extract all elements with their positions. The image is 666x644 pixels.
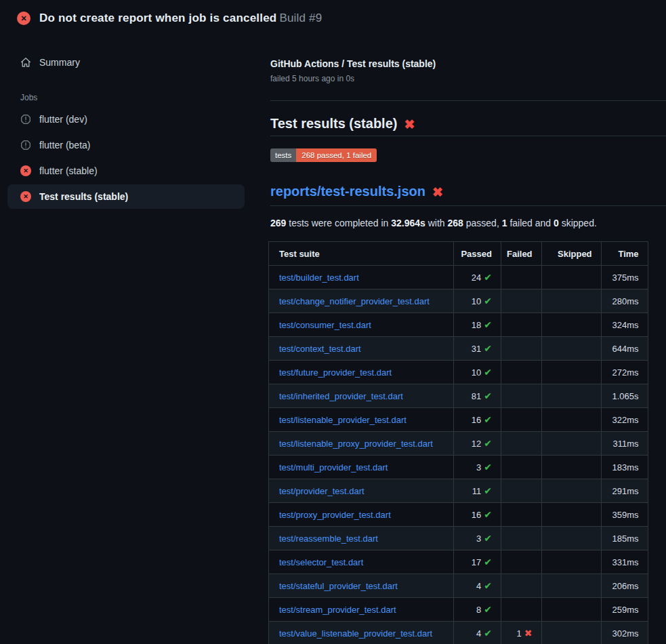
time-cell: 259ms	[601, 598, 648, 622]
sidebar-item-label: Test results (stable)	[39, 191, 128, 202]
skipped-cell	[541, 456, 601, 479]
divider	[270, 100, 666, 101]
failed-cell	[501, 574, 542, 598]
suite-link[interactable]: test/inherited_provider_test.dart	[279, 391, 403, 401]
check-icon: ✔	[484, 462, 492, 472]
suite-link[interactable]: test/listenable_proxy_provider_test.dart	[279, 439, 433, 449]
suite-link[interactable]: test/stream_provider_test.dart	[279, 605, 396, 615]
check-icon: ✔	[484, 367, 492, 378]
passed-count: 10	[472, 367, 481, 378]
sidebar-item-label: flutter (dev)	[39, 114, 87, 125]
passed-cell: 31✔	[454, 337, 501, 361]
passed-cell: 10✔	[454, 361, 501, 384]
failed-cell	[501, 289, 542, 313]
column-header-time: Time	[601, 242, 648, 266]
column-header-failed: Failed	[501, 242, 542, 266]
column-header-passed: Passed	[454, 242, 501, 266]
suite-link[interactable]: test/stateful_provider_test.dart	[279, 581, 398, 591]
suite-link[interactable]: test/value_listenable_provider_test.dart	[279, 628, 432, 639]
suite-cell: test/future_provider_test.dart	[269, 361, 454, 384]
run-summary-segment: with	[425, 218, 448, 228]
passed-cell: 16✔	[454, 408, 501, 432]
run-summary: 269 tests were completed in 32.964s with…	[270, 218, 666, 228]
suite-link[interactable]: test/selector_test.dart	[279, 557, 363, 567]
failed-cell	[501, 337, 542, 361]
failed-cell	[501, 266, 542, 289]
run-summary-segment: failed and	[507, 218, 554, 228]
table-body: test/builder_test.dart24✔375mstest/chang…	[269, 266, 648, 644]
failed-cell	[501, 503, 542, 527]
time-cell: 1.065s	[601, 384, 648, 408]
sidebar-item-flutter-stable[interactable]: ✕flutter (stable)	[7, 159, 245, 183]
suite-link[interactable]: test/listenable_provider_test.dart	[279, 415, 407, 425]
run-summary-segment: skipped.	[559, 218, 597, 228]
suite-link[interactable]: test/proxy_provider_test.dart	[279, 510, 391, 520]
column-header-test-suite: Test suite	[269, 242, 454, 266]
suite-cell: test/context_test.dart	[269, 337, 454, 361]
failed-cell	[501, 550, 542, 574]
passed-cell: 8✔	[454, 598, 501, 622]
table-row: test/listenable_provider_test.dart16✔322…	[269, 408, 648, 432]
skipped-cell	[541, 550, 601, 574]
check-icon: ✔	[484, 343, 492, 354]
run-summary-segment: 0	[554, 218, 559, 228]
suite-link[interactable]: test/context_test.dart	[279, 344, 361, 354]
table-row: test/listenable_proxy_provider_test.dart…	[269, 432, 648, 456]
suite-cell: test/change_notifier_provider_test.dart	[269, 289, 454, 313]
skipped-cell	[541, 574, 601, 598]
check-icon: ✔	[484, 509, 492, 520]
check-icon: ✔	[484, 485, 492, 496]
skipped-cell	[541, 432, 601, 456]
sidebar-item-flutter-dev[interactable]: flutter (dev)	[7, 107, 245, 132]
table-row: test/inherited_provider_test.dart81✔1.06…	[269, 384, 648, 408]
suite-link[interactable]: test/provider_test.dart	[279, 486, 365, 496]
passed-count: 24	[472, 273, 481, 283]
table-row: test/proxy_provider_test.dart16✔359ms	[269, 503, 648, 527]
time-cell: 185ms	[601, 527, 648, 550]
badge-label: tests	[270, 148, 296, 162]
suite-link[interactable]: test/consumer_test.dart	[279, 320, 371, 330]
suite-link[interactable]: test/future_provider_test.dart	[279, 367, 392, 378]
table-row: test/stream_provider_test.dart8✔259ms	[269, 598, 648, 622]
report-title-link[interactable]: reports/test-results.json	[270, 184, 425, 199]
suite-link[interactable]: test/change_notifier_provider_test.dart	[279, 296, 430, 306]
skipped-cell	[541, 622, 601, 644]
failed-cell	[501, 456, 542, 479]
failed-count: 1	[517, 628, 522, 639]
sidebar-item-flutter-beta[interactable]: flutter (beta)	[7, 133, 245, 157]
home-icon	[20, 57, 31, 68]
suite-cell: test/consumer_test.dart	[269, 313, 454, 337]
passed-count: 16	[472, 415, 481, 425]
suite-cell: test/builder_test.dart	[269, 266, 454, 289]
check-icon: ✔	[484, 580, 492, 591]
table-row: test/stateful_provider_test.dart4✔206ms	[269, 574, 648, 598]
column-header-skipped: Skipped	[541, 242, 601, 266]
failed-cell	[501, 479, 542, 503]
sidebar-item-test-results-stable[interactable]: ✕Test results (stable)	[7, 184, 245, 209]
report-title: reports/test-results.json✖	[270, 183, 666, 206]
x-circle-icon: ✕	[17, 12, 30, 25]
table-row: test/change_notifier_provider_test.dart1…	[269, 289, 648, 313]
sidebar-item-summary[interactable]: Summary	[7, 50, 245, 75]
run-summary-segment: tests were completed in	[286, 218, 391, 228]
test-results-table: Test suitePassedFailedSkippedTime test/b…	[268, 241, 648, 644]
sidebar-jobs-list: flutter (dev)flutter (beta)✕flutter (sta…	[0, 107, 251, 209]
table-header-row: Test suitePassedFailedSkippedTime	[269, 242, 648, 266]
suite-link[interactable]: test/builder_test.dart	[279, 273, 359, 283]
suite-link[interactable]: test/reassemble_test.dart	[279, 534, 378, 544]
table-row: test/reassemble_test.dart3✔185ms	[269, 527, 648, 550]
run-summary-segment: passed,	[463, 218, 502, 228]
passed-count: 4	[476, 581, 481, 591]
suite-cell: test/listenable_provider_test.dart	[269, 408, 454, 432]
x-circle-icon: ✕	[20, 165, 31, 176]
suite-cell: test/value_listenable_provider_test.dart	[269, 622, 454, 644]
run-summary-segment: 32.964s	[391, 218, 425, 228]
time-cell: 311ms	[601, 432, 648, 456]
failed-cell: 1✖	[501, 622, 542, 644]
passed-cell: 3✔	[454, 527, 501, 550]
failed-cell	[501, 361, 542, 384]
suite-cell: test/stateful_provider_test.dart	[269, 574, 454, 598]
passed-cell: 4✔	[454, 574, 501, 598]
suite-link[interactable]: test/multi_provider_test.dart	[279, 462, 388, 472]
passed-cell: 3✔	[454, 456, 501, 479]
